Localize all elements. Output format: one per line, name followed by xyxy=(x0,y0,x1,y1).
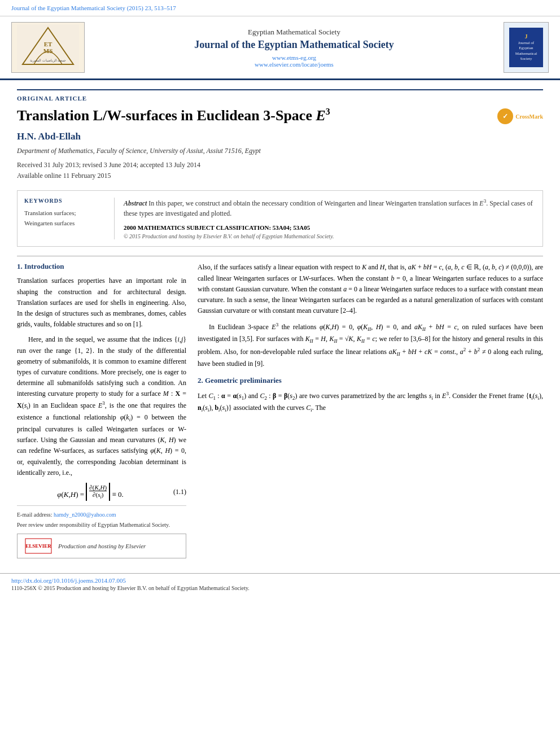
footer-divider-left xyxy=(17,505,186,506)
abstract-column: Abstract In this paper, we construct and… xyxy=(124,198,536,239)
article-title: Translation L/W-surfaces in Euclidean 3-… xyxy=(17,106,491,124)
equation-1-1: φ(K,H) = ∂(K,H) ∂(si) ≡ 0. (1.1) xyxy=(17,483,186,501)
journal-urls: www.etms-eg.org www.elsevier.com/locate/… xyxy=(96,54,492,68)
doi-link-container[interactable]: http://dx.doi.org/10.1016/j.joems.2014.0… xyxy=(11,577,549,584)
abstract-label: Abstract xyxy=(124,199,147,207)
keywords-list: Translation surfaces; Weingarten surface… xyxy=(24,208,107,228)
right-para-1: Also, if the surfaces satisfy a linear e… xyxy=(198,262,543,316)
equation-content: φ(K,H) = ∂(K,H) ∂(si) ≡ 0. xyxy=(17,483,164,501)
math-classification: 2000 MATHEMATICS SUBJECT CLASSIFICATION:… xyxy=(124,224,536,231)
crossmark-label: CrossMark xyxy=(515,113,543,120)
issn-text: 1110-256X © 2015 Production and hosting … xyxy=(11,585,549,591)
abstract-text: Abstract In this paper, we construct and… xyxy=(124,198,536,219)
crossmark-icon: ✓ xyxy=(497,108,513,124)
crossmark-badge-container[interactable]: ✓ CrossMark xyxy=(497,108,543,124)
elsevier-footer-box: ELSEVIER Production and hosting by Elsev… xyxy=(17,534,186,558)
article-body: ORIGINAL ARTICLE Translation L/W-surface… xyxy=(0,80,560,567)
abstract-keywords-box: KEYWORDS Translation surfaces; Weingarte… xyxy=(17,190,543,247)
elsevier-logo: ELSEVIER xyxy=(24,538,53,554)
email-link[interactable]: hamdy_n2000@yahoo.com xyxy=(54,512,116,518)
keyword-2: Weingarten surfaces xyxy=(24,219,107,229)
email-note: E-mail address: hamdy_n2000@yahoo.com xyxy=(17,510,186,519)
left-column: 1. Introduction Translation surfaces pro… xyxy=(17,262,186,558)
svg-text:MS: MS xyxy=(43,47,53,54)
right-column: Also, if the surfaces satisfy a linear e… xyxy=(198,262,543,558)
affiliation: Department of Mathematics, Faculty of Sc… xyxy=(17,147,543,155)
section2-para: Let C1 : α = α(s1) and C2 : β = β(s2) ar… xyxy=(198,390,543,414)
journal-citation: Journal of the Egyptian Mathematical Soc… xyxy=(11,5,176,11)
keywords-column: KEYWORDS Translation surfaces; Weingarte… xyxy=(24,198,115,239)
article-title-text: Translation L/W-surfaces in Euclidean 3-… xyxy=(17,107,316,124)
main-content: 1. Introduction Translation surfaces pro… xyxy=(17,262,543,558)
url1[interactable]: www.etms-eg.org xyxy=(96,54,492,61)
available-online: Available online 11 February 2015 xyxy=(17,171,543,181)
section1-title: 1. Introduction xyxy=(17,262,186,271)
svg-text:ELSEVIER: ELSEVIER xyxy=(25,543,51,549)
keyword-1: Translation surfaces; xyxy=(24,208,107,219)
top-citation-bar: Journal of the Egyptian Mathematical Soc… xyxy=(0,0,560,16)
author-name: H.N. Abd-Ellah xyxy=(17,131,543,142)
math-class-label: 2000 MATHEMATICS SUBJECT CLASSIFICATION: xyxy=(124,224,271,231)
society-name: Egyptian Mathematical Society xyxy=(96,28,492,37)
abstract-body: In this paper, we construct and obtain t… xyxy=(124,199,533,217)
title-superscript: 3 xyxy=(326,107,330,116)
section2-title: 2. Geometric preliminaries xyxy=(198,376,543,385)
email-label: E-mail address: xyxy=(17,512,52,518)
elsevier-production-text: Production and hosting by Elsevier xyxy=(58,543,146,549)
svg-text:ET: ET xyxy=(44,41,53,47)
url2[interactable]: www.elsevier.com/locate/joems xyxy=(96,61,492,68)
journal-title: Journal of the Egyptian Mathematical Soc… xyxy=(96,39,492,51)
journal-center-info: Egyptian Mathematical Society Journal of… xyxy=(85,28,504,68)
peer-review-note: Peer review under responsibility of Egyp… xyxy=(17,521,186,529)
article-type: ORIGINAL ARTICLE xyxy=(17,89,543,102)
keywords-title: KEYWORDS xyxy=(24,198,107,204)
article-title-row: Translation L/W-surfaces in Euclidean 3-… xyxy=(17,106,543,124)
section-divider xyxy=(17,256,543,256)
math-class-values: 53A04; 53A05 xyxy=(273,224,310,231)
intro-para-1: Translation surfaces properties have an … xyxy=(17,276,186,330)
journal-header: ET MS جمعية الرياضيات المصرية Egyptian M… xyxy=(0,16,560,80)
svg-text:جمعية الرياضيات المصرية: جمعية الرياضيات المصرية xyxy=(30,59,66,63)
society-logo-left: ET MS جمعية الرياضيات المصرية xyxy=(11,22,85,73)
copyright-text: © 2015 Production and hosting by Elsevie… xyxy=(124,233,536,239)
bottom-bar: http://dx.doi.org/10.1016/j.joems.2014.0… xyxy=(0,573,560,595)
dates: Received 31 July 2013; revised 3 June 20… xyxy=(17,160,543,181)
received-date: Received 31 July 2013; revised 3 June 20… xyxy=(17,160,543,171)
elsevier-journal-logo: J Journal ofEgyptianMathematicalSociety xyxy=(504,22,549,73)
equation-number: (1.1) xyxy=(164,488,186,496)
intro-para-2: Here, and in the sequel, we assume that … xyxy=(17,334,186,478)
title-italic-e: E xyxy=(316,107,325,124)
doi-link[interactable]: http://dx.doi.org/10.1016/j.joems.2014.0… xyxy=(11,577,126,584)
right-para-2: In Euclidean 3-space E3 the relations φ(… xyxy=(198,321,543,369)
